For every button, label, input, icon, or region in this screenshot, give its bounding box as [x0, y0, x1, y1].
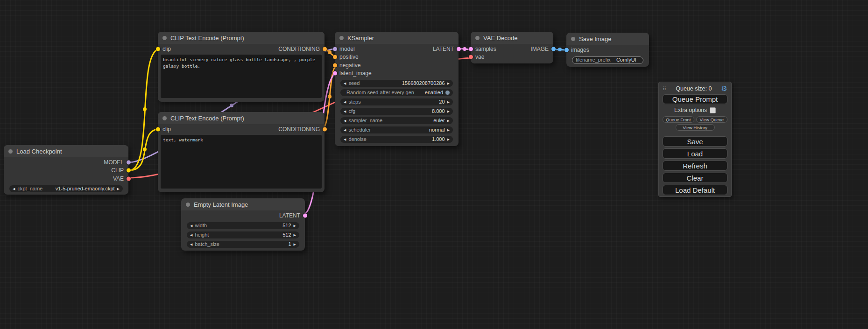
sampler-name-widget[interactable]: ◀ sampler_name euler ▶ [340, 117, 453, 124]
widget-value: 156680208700286 [402, 80, 445, 87]
images-input-port[interactable] [565, 48, 569, 52]
negative-prompt-textarea[interactable]: text, watermark [161, 135, 322, 189]
next-value-icon[interactable]: ▶ [447, 126, 450, 133]
cfg-widget[interactable]: ◀ cfg 8.000 ▶ [340, 108, 453, 115]
samples-input-port[interactable] [469, 47, 473, 51]
node-load-checkpoint[interactable]: Load Checkpoint MODEL CLIP VAE ◀ ckpt_na… [4, 145, 128, 195]
samples-input-label: samples [475, 46, 496, 52]
decrement-icon[interactable]: ◀ [344, 80, 346, 87]
vae-output-port[interactable] [127, 176, 131, 181]
load-button[interactable]: Load [663, 148, 727, 159]
width-widget[interactable]: ◀ width 512 ▶ [187, 222, 299, 229]
view-history-button[interactable]: View History [676, 124, 715, 131]
vae-input-port[interactable] [469, 55, 473, 59]
latent-output-label: LATENT [279, 212, 300, 219]
node-title: CLIP Text Encode (Prompt) [170, 35, 244, 42]
model-input-port[interactable] [333, 47, 337, 51]
decrement-icon[interactable]: ◀ [190, 222, 192, 229]
batch-size-widget[interactable]: ◀ batch_size 1 ▶ [187, 241, 299, 248]
node-title-bar[interactable]: Load Checkpoint [4, 145, 128, 157]
random-seed-toggle-widget[interactable]: Random seed after every gen enabled [340, 89, 453, 96]
node-vae-decode[interactable]: VAE Decode samples IMAGE vae [471, 32, 553, 63]
latent-image-input-label: latent_image [339, 70, 372, 77]
node-title-bar[interactable]: VAE Decode [471, 32, 553, 44]
collapse-dot-icon[interactable] [186, 203, 190, 207]
node-clip-text-encode-positive[interactable]: CLIP Text Encode (Prompt) clip CONDITION… [158, 32, 325, 102]
steps-widget[interactable]: ◀ steps 20 ▶ [340, 98, 453, 105]
negative-input-port[interactable] [333, 63, 337, 67]
clip-input-port[interactable] [156, 127, 160, 131]
collapse-dot-icon[interactable] [571, 37, 575, 41]
node-title-bar[interactable]: Save Image [566, 33, 649, 45]
node-title-bar[interactable]: Empty Latent Image [181, 198, 305, 210]
denoise-widget[interactable]: ◀ denoise 1.000 ▶ [340, 136, 453, 143]
positive-input-port[interactable] [333, 55, 337, 59]
node-empty-latent-image[interactable]: Empty Latent Image LATENT ◀ width 512 ▶ … [181, 198, 305, 251]
collapse-dot-icon[interactable] [162, 116, 167, 120]
increment-icon[interactable]: ▶ [447, 108, 450, 115]
increment-icon[interactable]: ▶ [294, 241, 296, 248]
drag-handle-icon[interactable]: ⠿ [663, 86, 666, 92]
save-button[interactable]: Save [663, 136, 727, 147]
node-save-image[interactable]: Save Image images filename_prefix ComfyU… [566, 33, 649, 67]
height-widget[interactable]: ◀ height 512 ▶ [187, 231, 299, 238]
clear-button[interactable]: Clear [663, 173, 727, 183]
seed-widget[interactable]: ◀ seed 156680208700286 ▶ [340, 80, 453, 87]
widget-label: ckpt_name [17, 185, 42, 192]
positive-prompt-textarea[interactable]: beautiful scenery nature glass bottle la… [161, 55, 322, 98]
refresh-button[interactable]: Refresh [663, 161, 727, 171]
increment-icon[interactable]: ▶ [294, 231, 296, 238]
node-title-bar[interactable]: KSampler [335, 32, 459, 44]
history-row: View History [663, 124, 727, 131]
decrement-icon[interactable]: ◀ [344, 136, 346, 143]
decrement-icon[interactable]: ◀ [190, 231, 192, 238]
decrement-icon[interactable]: ◀ [344, 108, 346, 115]
link-midpoint-dot [328, 95, 332, 98]
spacer [663, 131, 727, 134]
increment-icon[interactable]: ▶ [294, 222, 296, 229]
decrement-icon[interactable]: ◀ [344, 98, 346, 105]
image-output-port[interactable] [551, 47, 556, 51]
decrement-icon[interactable]: ◀ [190, 241, 192, 248]
node-title-bar[interactable]: CLIP Text Encode (Prompt) [158, 112, 325, 124]
link-midpoint-dot [328, 50, 332, 54]
prev-value-icon[interactable]: ◀ [13, 185, 15, 192]
extra-options-checkbox[interactable] [710, 107, 716, 113]
model-output-port[interactable] [127, 160, 131, 164]
node-title-bar[interactable]: CLIP Text Encode (Prompt) [158, 32, 325, 44]
prev-value-icon[interactable]: ◀ [344, 126, 346, 133]
clip-output-label: CLIP [111, 167, 124, 174]
view-queue-button[interactable]: View Queue [696, 116, 728, 123]
node-graph-canvas[interactable]: Load Checkpoint MODEL CLIP VAE ◀ ckpt_na… [0, 0, 868, 329]
next-value-icon[interactable]: ▶ [447, 117, 450, 124]
gear-icon[interactable]: ⚙ [721, 84, 727, 93]
node-clip-text-encode-negative[interactable]: CLIP Text Encode (Prompt) clip CONDITION… [158, 112, 325, 192]
queue-front-button[interactable]: Queue Front [663, 116, 694, 123]
prev-value-icon[interactable]: ◀ [344, 117, 346, 124]
increment-icon[interactable]: ▶ [447, 136, 450, 143]
latent-image-input-port[interactable] [333, 71, 337, 76]
latent-output-port[interactable] [457, 47, 461, 51]
conditioning-output-port[interactable] [323, 47, 327, 51]
toggle-dot-icon[interactable] [445, 91, 450, 95]
latent-output-port[interactable] [303, 213, 307, 217]
collapse-dot-icon[interactable] [8, 149, 13, 154]
clip-output-port[interactable] [127, 168, 131, 173]
ckpt-name-widget[interactable]: ◀ ckpt_name v1-5-pruned-emaonly.ckpt ▶ [9, 185, 123, 192]
increment-icon[interactable]: ▶ [447, 98, 450, 105]
clip-input-port[interactable] [156, 47, 160, 51]
collapse-dot-icon[interactable] [162, 36, 167, 40]
collapse-dot-icon[interactable] [475, 36, 480, 40]
increment-icon[interactable]: ▶ [447, 80, 450, 87]
node-ksampler[interactable]: KSampler model LATENT positive negative … [335, 32, 459, 146]
scheduler-widget[interactable]: ◀ scheduler normal ▶ [340, 126, 453, 133]
widget-label: filename_prefix [576, 56, 611, 63]
conditioning-output-port[interactable] [323, 127, 327, 131]
collapse-dot-icon[interactable] [339, 36, 344, 40]
widget-value: 1 [288, 241, 291, 248]
next-value-icon[interactable]: ▶ [117, 185, 120, 192]
filename-prefix-widget[interactable]: filename_prefix ComfyUI [572, 56, 643, 64]
queue-prompt-button[interactable]: Queue Prompt [663, 94, 727, 104]
slot-row: vae [475, 53, 549, 62]
load-default-button[interactable]: Load Default [663, 185, 727, 195]
